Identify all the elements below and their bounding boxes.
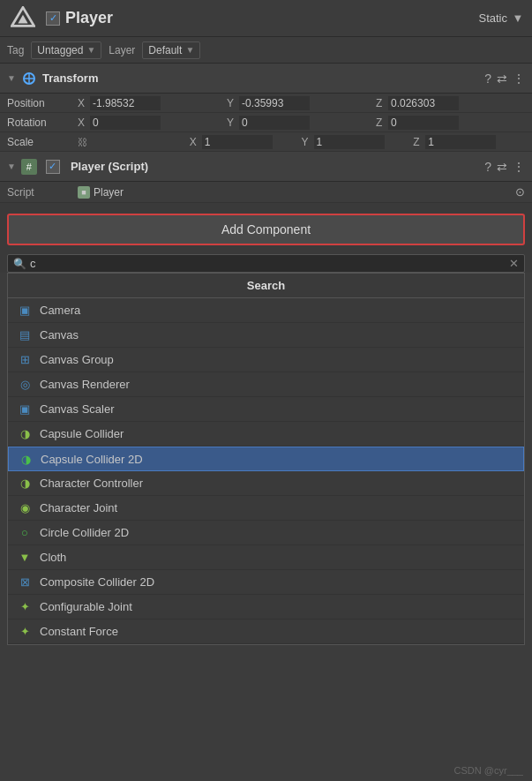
- list-item[interactable]: ▤ Canvas: [8, 323, 524, 348]
- header: ✓ Player Static ▼: [0, 0, 532, 37]
- item-label: Circle Collider 2D: [40, 526, 129, 539]
- list-item[interactable]: ▣ Canvas Scaler: [8, 397, 524, 422]
- script-property-label: Script: [7, 186, 78, 199]
- dropdown-list-items: ▣ Camera ▤ Canvas ⊞ Canvas Group ◎ Canva…: [8, 298, 524, 644]
- config-icon: ✦: [17, 599, 33, 615]
- list-item[interactable]: ○ Circle Collider 2D: [8, 521, 524, 545]
- cloth-icon: ▼: [17, 550, 33, 566]
- static-dropdown[interactable]: ▼: [511, 11, 525, 26]
- scale-z-input[interactable]: [425, 135, 496, 149]
- search-clear-icon[interactable]: ✕: [509, 257, 519, 270]
- scale-y-letter: Y: [302, 136, 312, 148]
- collider-icon: ◑: [17, 426, 33, 442]
- rotation-label: Rotation: [7, 116, 78, 129]
- script-menu-icon[interactable]: ⋮: [513, 160, 525, 174]
- script-help-icon[interactable]: ?: [484, 160, 491, 174]
- rotation-xyz: X Y Z: [78, 116, 525, 130]
- search-container: 🔍 ✕: [0, 254, 532, 273]
- rotation-x-item: X: [78, 116, 227, 130]
- script-checkbox[interactable]: ✓: [46, 160, 60, 174]
- static-label: Static: [478, 11, 507, 25]
- item-label: Canvas Group: [40, 353, 114, 366]
- char-joint-icon: ◉: [17, 500, 33, 516]
- tag-value: Untagged: [37, 44, 83, 56]
- layer-dropdown[interactable]: Default ▼: [142, 41, 200, 59]
- rotation-y-item: Y: [227, 116, 376, 130]
- collider2d-icon: ◑: [18, 451, 34, 467]
- scale-y-input[interactable]: [314, 135, 385, 149]
- layer-arrow: ▼: [185, 45, 194, 55]
- list-item[interactable]: ⊠ Composite Collider 2D: [8, 570, 524, 595]
- script-file-icon: ■: [78, 186, 90, 199]
- search-icon: 🔍: [13, 258, 26, 270]
- item-label: Canvas: [40, 328, 79, 342]
- group-icon: ⊞: [17, 352, 33, 368]
- scale-z-letter: Z: [413, 136, 423, 148]
- config-icon: ✦: [17, 624, 33, 640]
- search-input[interactable]: [30, 257, 509, 270]
- item-label: Character Joint: [40, 501, 117, 514]
- add-component-area: Add Component: [0, 203, 532, 254]
- transform-help-icon[interactable]: ?: [484, 71, 491, 86]
- rotation-x-input[interactable]: [90, 116, 161, 130]
- add-component-button[interactable]: Add Component: [7, 214, 525, 245]
- position-z-input[interactable]: [388, 96, 459, 110]
- script-value-container: ■ Player ⊙: [78, 185, 525, 199]
- script-settings-icon[interactable]: ⇄: [497, 160, 507, 174]
- list-item[interactable]: ▣ Camera: [8, 298, 524, 323]
- scale-y-item: Y: [302, 135, 414, 149]
- search-box: 🔍 ✕: [7, 254, 525, 273]
- scale-x-input[interactable]: [202, 135, 273, 149]
- list-item[interactable]: ◉ Character Joint: [8, 496, 524, 521]
- tag-layer-row: Tag Untagged ▼ Layer Default ▼: [0, 37, 532, 64]
- watermark: CSDN @cyr___: [454, 765, 523, 776]
- transform-settings-icon[interactable]: ⇄: [497, 71, 507, 86]
- script-row: Script ■ Player ⊙: [0, 182, 532, 203]
- rotation-row: Rotation X Y Z: [0, 113, 532, 132]
- scale-row: Scale ⛓ X Y Z: [0, 132, 532, 152]
- scale-lock-item: ⛓: [78, 137, 190, 147]
- list-item[interactable]: ◑ Character Controller: [8, 471, 524, 496]
- component-dropdown-list: Search ▣ Camera ▤ Canvas ⊞ Canvas Group …: [7, 273, 525, 645]
- script-circle-button[interactable]: ⊙: [515, 185, 525, 199]
- position-y-input[interactable]: [239, 96, 310, 110]
- item-label: Character Controller: [40, 477, 143, 490]
- canvas-icon: ▤: [17, 327, 33, 343]
- scale-x-letter: X: [190, 136, 200, 148]
- rotation-z-input[interactable]: [388, 116, 459, 130]
- camera-icon: ▣: [17, 303, 33, 319]
- scale-xyz: ⛓ X Y Z: [78, 135, 525, 149]
- scale-x-item: X: [190, 135, 302, 149]
- item-label: Cloth: [40, 551, 66, 564]
- scale-z-item: Z: [413, 135, 525, 149]
- transform-menu-icon[interactable]: ⋮: [513, 71, 525, 86]
- player-checkbox[interactable]: ✓: [46, 11, 60, 26]
- dropdown-list-header: Search: [8, 274, 524, 298]
- list-item[interactable]: ◎ Canvas Renderer: [8, 372, 524, 397]
- position-x-input[interactable]: [90, 96, 161, 110]
- rotation-y-input[interactable]: [239, 116, 310, 130]
- char-ctrl-icon: ◑: [17, 476, 33, 492]
- position-z-letter: Z: [376, 97, 386, 109]
- scaler-icon: ▣: [17, 402, 33, 417]
- transform-collapse-arrow[interactable]: ▼: [7, 73, 16, 83]
- player-script-section-header: ▼ # ✓ Player (Script) ? ⇄ ⋮: [0, 152, 532, 182]
- tag-dropdown[interactable]: Untagged ▼: [31, 41, 101, 59]
- transform-section-header: ▼ Transform ? ⇄ ⋮: [0, 64, 532, 94]
- circle-icon: ○: [17, 525, 33, 541]
- script-collapse-arrow[interactable]: ▼: [7, 161, 16, 171]
- tag-label: Tag: [7, 44, 24, 56]
- rotation-z-letter: Z: [376, 116, 386, 129]
- list-item[interactable]: ⊞ Canvas Group: [8, 348, 524, 372]
- script-hash-icon: #: [21, 159, 37, 175]
- rotation-x-letter: X: [78, 116, 88, 129]
- list-item[interactable]: ◑ Capsule Collider 2D: [8, 447, 524, 471]
- script-name: Player: [94, 186, 124, 199]
- list-item[interactable]: ✦ Configurable Joint: [8, 595, 524, 620]
- rotation-y-letter: Y: [227, 116, 237, 129]
- position-label: Position: [7, 97, 78, 109]
- list-item[interactable]: ▼ Cloth: [8, 545, 524, 570]
- list-item[interactable]: ✦ Constant Force: [8, 620, 524, 644]
- list-item[interactable]: ◑ Capsule Collider: [8, 422, 524, 447]
- position-row: Position X Y Z: [0, 94, 532, 113]
